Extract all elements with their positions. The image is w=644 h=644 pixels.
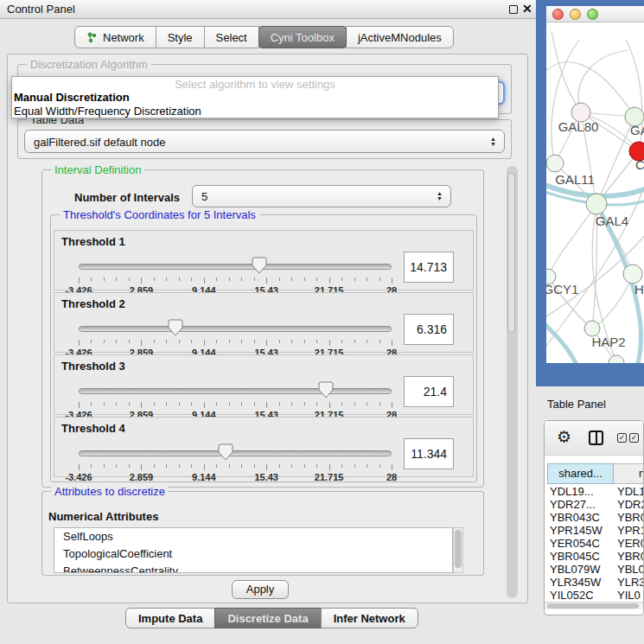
slider-track[interactable] [79, 450, 392, 456]
numerical-attributes-label: Numerical Attributes [48, 510, 158, 523]
table-row[interactable]: YDR27...YDR2 [545, 498, 644, 511]
table-row[interactable]: YBL079WYBL0 [545, 563, 644, 576]
slider-tick [304, 402, 305, 405]
slider-thumb[interactable] [218, 443, 233, 464]
cell-shared-name[interactable]: YBR045C [550, 550, 600, 563]
table-row[interactable]: YPR145WYPR1 [545, 524, 644, 537]
panel-vertical-scrollbar[interactable] [507, 166, 518, 598]
threshold-value-field[interactable]: 21.4 [404, 376, 454, 407]
slider-tick-label: 2.859 [130, 472, 154, 482]
table-row[interactable]: YER054CYER0 [545, 537, 644, 550]
table-row[interactable]: YIL052CYIL0 [545, 589, 644, 602]
cell-name[interactable]: YLR3 [617, 576, 644, 589]
checkbox-icon[interactable]: ✓ [629, 433, 639, 443]
threshold-slider[interactable]: -3.4262.8599.14415.4321.71528 [79, 381, 392, 416]
slider-thumb[interactable] [252, 257, 267, 277]
attributes-list-scrollbar[interactable] [453, 527, 463, 573]
slider-tick [329, 340, 330, 346]
attribute-item-selfloops[interactable]: SelfLoops [54, 528, 452, 545]
cell-shared-name[interactable]: YIL052C [550, 589, 594, 602]
cell-name[interactable]: YBR0 [617, 511, 644, 524]
slider-tick-label: -3.426 [65, 472, 92, 482]
tab-impute-data[interactable]: Impute Data [125, 608, 215, 628]
slider-tick [341, 340, 342, 343]
tab-network[interactable]: Network [74, 26, 156, 48]
table-row[interactable]: YLR345WYLR3 [545, 576, 644, 589]
columns-icon[interactable] [589, 430, 603, 445]
cell-shared-name[interactable]: YER054C [550, 537, 600, 550]
table-data-combobox[interactable]: galFiltered.sif default node ▲▼ [24, 130, 505, 153]
threshold-value-field[interactable]: 14.713 [404, 252, 454, 283]
minimize-traffic-light[interactable] [570, 9, 581, 20]
scrollbar-thumb[interactable] [507, 173, 515, 333]
close-icon[interactable]: ✕ [522, 2, 532, 16]
cell-shared-name[interactable]: YBL079W [550, 563, 601, 576]
slider-track[interactable] [79, 264, 392, 270]
number-of-intervals-value: 5 [201, 190, 207, 203]
network-edge [592, 274, 633, 328]
threshold-value-field[interactable]: 6.316 [404, 314, 454, 345]
cell-name[interactable]: YDL1 [617, 485, 644, 498]
cell-shared-name[interactable]: YBR043C [550, 511, 600, 524]
tab-infer-network[interactable]: Infer Network [321, 608, 418, 628]
menu-item-manual-discretization[interactable]: Manual Discretization [14, 91, 130, 104]
tab-cyni-toolbox[interactable]: Cyni Toolbox [258, 26, 347, 48]
tab-jactivemnodules[interactable]: jActiveMNodules [346, 26, 454, 48]
slider-tick [104, 340, 105, 343]
cell-name[interactable]: YPR1 [617, 524, 644, 537]
slider-thumb[interactable] [168, 319, 183, 340]
control-panel-titlebar: Control Panel ✕ [0, 0, 536, 19]
tab-label: Style [168, 31, 193, 44]
slider-tick-label: 15.43 [254, 472, 278, 482]
menu-item-equal-width-frequency[interactable]: Equal Width/Frequency Discretization [14, 105, 201, 118]
slider-tick [367, 340, 367, 343]
table-horizontal-scrollbar[interactable] [545, 602, 644, 609]
slider-tick [91, 277, 92, 281]
attribute-item-betweennesscentrality[interactable]: BetweennessCentrality [54, 563, 452, 573]
slider-tick [279, 402, 280, 405]
tab-style[interactable]: Style [156, 26, 205, 48]
table-row[interactable]: YBR045CYBR0 [545, 550, 644, 563]
network-node-gal11[interactable] [546, 155, 564, 172]
tab-select[interactable]: Select [204, 26, 259, 48]
numerical-attributes-list[interactable]: SelfLoopsTopologicalCoefficientBetweenne… [54, 527, 453, 573]
cell-shared-name[interactable]: YLR345W [550, 576, 601, 589]
column-header-shared[interactable]: shared... [547, 463, 614, 484]
network-edge [548, 204, 596, 277]
slider-track[interactable] [79, 326, 392, 332]
column-header-name[interactable]: na [614, 463, 644, 484]
cell-name[interactable]: YIL0 [617, 589, 641, 602]
table-row[interactable]: YDL19...YDL1 [545, 485, 644, 498]
network-node[interactable] [609, 355, 624, 363]
network-node-gal4[interactable] [586, 194, 607, 214]
apply-button[interactable]: Apply [232, 580, 289, 599]
slider-thumb[interactable] [318, 381, 334, 402]
cell-name[interactable]: YBR0 [617, 550, 644, 563]
cell-shared-name[interactable]: YDL19... [550, 485, 594, 498]
number-of-intervals-combobox[interactable]: 5 ▲▼ [192, 185, 451, 207]
close-traffic-light[interactable] [552, 9, 564, 20]
slider-track[interactable] [79, 388, 392, 394]
attribute-item-topologicalcoefficient[interactable]: TopologicalCoefficient [54, 545, 452, 563]
threshold-slider[interactable]: -3.4262.8599.14415.4321.71528 [79, 319, 392, 354]
network-node-h[interactable] [623, 265, 642, 284]
network-canvas[interactable]: GAL80GACGAL11GAL4GCY1HHAP2 [546, 22, 644, 363]
slider-tick [216, 277, 217, 281]
cell-shared-name[interactable]: YDR27... [550, 498, 596, 511]
float-window-icon[interactable] [509, 5, 518, 14]
cell-name[interactable]: YDR2 [617, 498, 644, 511]
slider-tick [241, 277, 242, 281]
cell-shared-name[interactable]: YPR145W [550, 524, 603, 537]
threshold-slider[interactable]: -3.4262.8599.14415.4321.71528 [79, 443, 392, 478]
scrollbar-thumb[interactable] [547, 603, 639, 609]
threshold-slider[interactable]: -3.4262.8599.14415.4321.71528 [79, 257, 392, 291]
cell-name[interactable]: YER0 [617, 537, 644, 550]
tab-discretize-data[interactable]: Discretize Data [214, 608, 321, 628]
zoom-traffic-light[interactable] [587, 9, 598, 20]
gear-icon[interactable]: ⚙ [557, 427, 571, 447]
slider-tick [179, 402, 180, 405]
table-row[interactable]: YBR043CYBR0 [545, 511, 644, 524]
threshold-value-field[interactable]: 11.344 [404, 438, 454, 469]
cell-name[interactable]: YBL0 [617, 563, 644, 576]
checkbox-icon[interactable]: ✓ [617, 433, 627, 443]
